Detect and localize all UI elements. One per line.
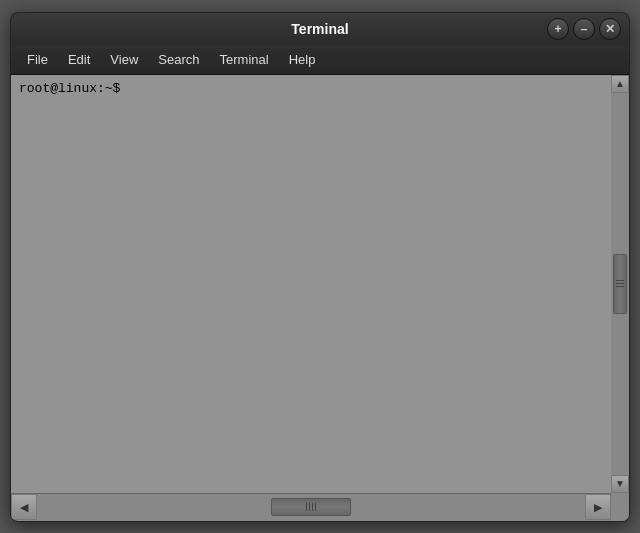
menu-terminal[interactable]: Terminal	[212, 49, 277, 70]
h-grip-line-1	[306, 503, 307, 511]
menu-bar: File Edit View Search Terminal Help	[11, 45, 629, 75]
close-button[interactable]: ✕	[599, 18, 621, 40]
scroll-right-button[interactable]: ▶	[585, 494, 611, 520]
menu-file[interactable]: File	[19, 49, 56, 70]
h-grip-line-4	[315, 503, 316, 511]
scroll-grip-horizontal	[306, 503, 316, 511]
scroll-track-horizontal	[37, 494, 585, 521]
menu-edit[interactable]: Edit	[60, 49, 98, 70]
scrollbar-vertical: ▲ ▼	[611, 75, 629, 493]
title-bar: Terminal + – ✕	[11, 13, 629, 45]
prompt-text: root@linux:~$	[19, 81, 120, 96]
terminal-content[interactable]: root@linux:~$	[11, 75, 611, 493]
add-button[interactable]: +	[547, 18, 569, 40]
window-controls: + – ✕	[547, 18, 621, 40]
scroll-left-button[interactable]: ◀	[11, 494, 37, 520]
scroll-up-button[interactable]: ▲	[611, 75, 629, 93]
terminal-body: root@linux:~$ ▲ ▼	[11, 75, 629, 493]
scroll-thumb-vertical[interactable]	[613, 254, 627, 314]
terminal-prompt: root@linux:~$	[19, 81, 603, 96]
grip-line-1	[616, 280, 624, 281]
scroll-thumb-horizontal[interactable]	[271, 498, 351, 516]
h-grip-line-3	[312, 503, 313, 511]
grip-line-3	[616, 286, 624, 287]
menu-search[interactable]: Search	[150, 49, 207, 70]
scroll-track-vertical	[611, 93, 629, 475]
menu-view[interactable]: View	[102, 49, 146, 70]
bottom-bar: ◀ ▶	[11, 493, 629, 521]
h-grip-line-2	[309, 503, 310, 511]
terminal-window: Terminal + – ✕ File Edit View Search Ter…	[10, 12, 630, 522]
grip-line-2	[616, 283, 624, 284]
minimize-button[interactable]: –	[573, 18, 595, 40]
menu-help[interactable]: Help	[281, 49, 324, 70]
scroll-down-button[interactable]: ▼	[611, 475, 629, 493]
scrollbar-corner	[611, 493, 629, 521]
window-title: Terminal	[291, 21, 348, 37]
scroll-grip-vertical	[616, 280, 624, 287]
